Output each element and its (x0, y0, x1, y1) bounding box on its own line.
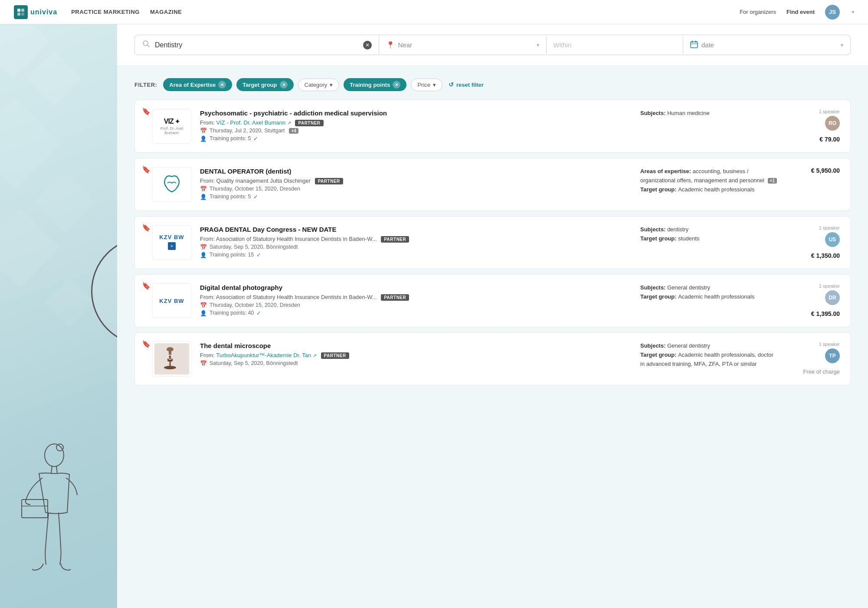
target-label-4: Target group: (640, 293, 678, 300)
card-points-2: 👤 Training points: 5 ✓ (200, 194, 632, 200)
card-right-3: 1 speaker US € 1,350.00 (788, 225, 840, 259)
card-right-1: 1 speaker RO € 79.00 (788, 109, 840, 143)
svg-rect-3 (21, 13, 24, 16)
filter-area-close[interactable]: ✕ (218, 81, 226, 89)
target-label-5: Target group: (640, 352, 678, 358)
card-logo-3: KZV BW ≡ (152, 225, 191, 260)
filter-target-label: Target group (242, 82, 277, 88)
bookmark-icon-2[interactable]: 🔖 (142, 165, 151, 174)
card-right-5: 1 speaker TP Free of charge (788, 342, 840, 375)
price-2: € 5,950.00 (811, 167, 840, 174)
card-info-4: Subjects: General dentistry Target group… (640, 283, 779, 302)
price-3: € 1,350.00 (811, 252, 840, 259)
card-from-3: From: Association of Statutory Health In… (200, 236, 632, 242)
speaker-section-3: 1 speaker US (819, 225, 840, 247)
card-date-text-3: Saturday, Sep 5, 2020, Bönningstedt (210, 244, 298, 250)
nav-practice-marketing[interactable]: PRACTICE MARKETING (71, 9, 140, 15)
search-bar: ✕ 📍 Near ▾ Within (134, 35, 851, 55)
filter-category[interactable]: Category ▾ (298, 79, 340, 91)
location-chevron: ▾ (537, 42, 539, 48)
filter-training-close[interactable]: ✕ (393, 81, 400, 89)
filter-area-of-expertise[interactable]: Area of Expertise ✕ (163, 78, 232, 91)
date-input[interactable]: date ▾ (683, 36, 850, 54)
card-from-1: From: VIZ - Prof. Dr. Axel Bumann ↗ PART… (200, 119, 632, 126)
points-text-2: Training points: 5 (210, 194, 251, 200)
magnifier (91, 237, 117, 345)
logo[interactable]: univiva (14, 5, 57, 19)
card-right-4: 1 speaker DR € 1,395.00 (788, 283, 840, 317)
from-link-5[interactable]: TurboAkupunktur™-Akademie Dr. Tan (216, 352, 311, 358)
date-placeholder: date (701, 41, 841, 49)
from-link-1[interactable]: VIZ - Prof. Dr. Axel Bumann (216, 119, 286, 126)
bookmark-icon-1[interactable]: 🔖 (142, 107, 151, 115)
filter-area-label: Area of Expertise (169, 82, 216, 88)
target-value-2: Academic health professionals (678, 186, 754, 193)
partner-badge-5: PARTNER (321, 352, 349, 359)
speaker-section-4: 1 speaker DR (819, 283, 840, 305)
cards-list: 🔖 VIZ ✦ Prof. Dr. Axel Bumann Psychosoma… (134, 100, 851, 391)
within-input[interactable]: Within (547, 37, 683, 53)
filter-target-group[interactable]: Target group ✕ (236, 78, 293, 91)
card-logo-4: KZV BW (152, 283, 191, 318)
svg-rect-0 (17, 9, 20, 12)
card-points-3: 👤 Training points: 15 ✓ (200, 252, 632, 258)
svg-line-11 (147, 45, 150, 47)
bookmark-icon-5[interactable]: 🔖 (142, 340, 151, 348)
speaker-label-5: 1 speaker (819, 342, 840, 347)
bookmark-icon-4[interactable]: 🔖 (142, 282, 151, 290)
card-info-3: Subjects: dentistry Target group: studen… (640, 225, 779, 243)
from-label-4: From: (200, 294, 216, 300)
filter-training-points[interactable]: Training points ✕ (344, 78, 406, 91)
calendar-icon-4: 📅 (200, 302, 207, 309)
subjects-value-5: General dentistry (667, 342, 710, 349)
card-title-1: Psychosomatic - psychiatric - addiction … (200, 109, 632, 118)
reset-icon: ↺ (449, 81, 454, 88)
main-layout: ✕ 📍 Near ▾ Within (0, 24, 868, 608)
verified-icon-2: ✓ (253, 194, 258, 200)
card-4: 🔖 KZV BW Digital dental photography From… (134, 274, 851, 327)
card-date-5: 📅 Saturday, Sep 5, 2020, Bönningstedt (200, 360, 632, 367)
search-input-wrap: ✕ (135, 35, 379, 55)
target-value-3: students (678, 235, 699, 242)
nav-find-event[interactable]: Find event (786, 9, 815, 15)
card-info-1: Subjects: Human medicine (640, 109, 779, 118)
reset-filter-button[interactable]: ↺ reset filter (449, 81, 484, 88)
calendar-icon-5: 📅 (200, 360, 207, 367)
filter-price-label: Price (417, 82, 430, 88)
nav-for-organizers[interactable]: For organizers (740, 9, 776, 15)
search-input[interactable] (155, 41, 360, 49)
clear-search-button[interactable]: ✕ (363, 41, 372, 49)
card-2: 🔖 DENTAL OPERATOR (dentist) From: Qualit… (134, 158, 851, 211)
left-panel (0, 24, 117, 608)
svg-line-7 (56, 466, 57, 473)
card-body-5: The dental microscope From: TurboAkupunk… (200, 342, 632, 368)
points-text-3: Training points: 15 (210, 252, 254, 258)
dental-logo-2 (159, 172, 185, 197)
date-chevron: ▾ (841, 42, 843, 48)
svg-rect-16 (691, 42, 693, 43)
card-1: 🔖 VIZ ✦ Prof. Dr. Axel Bumann Psychosoma… (134, 100, 851, 153)
user-menu-chevron[interactable]: ▾ (852, 10, 854, 14)
filter-label: FILTER: (134, 82, 157, 88)
logo-text: univiva (30, 8, 57, 16)
card-body-1: Psychosomatic - psychiatric - addiction … (200, 109, 632, 142)
nav-magazine[interactable]: MAGAZINE (150, 9, 182, 15)
card-date-3: 📅 Saturday, Sep 5, 2020, Bönningstedt (200, 244, 632, 250)
location-input[interactable]: 📍 Near ▾ (379, 36, 547, 53)
date-icon (690, 40, 698, 50)
areas-label-2: Areas of expertise: (640, 168, 693, 174)
svg-point-20 (167, 347, 174, 352)
bookmark-icon-3[interactable]: 🔖 (142, 223, 151, 232)
card-right-2: € 5,950.00 (788, 167, 840, 174)
filter-price[interactable]: Price ▾ (411, 79, 442, 91)
person-illustration (9, 434, 95, 582)
filter-bar: FILTER: Area of Expertise ✕ Target group… (134, 78, 851, 91)
card-info-5: Subjects: General dentistry Target group… (640, 342, 779, 368)
partner-badge-4: PARTNER (381, 294, 409, 301)
svg-point-4 (45, 444, 64, 467)
nav-links: PRACTICE MARKETING MAGAZINE (71, 9, 182, 15)
filter-target-close[interactable]: ✕ (280, 81, 288, 89)
user-avatar[interactable]: JS (825, 5, 840, 20)
target-label-2: Target group: (640, 186, 678, 193)
speaker-avatar-5: TP (825, 348, 840, 363)
